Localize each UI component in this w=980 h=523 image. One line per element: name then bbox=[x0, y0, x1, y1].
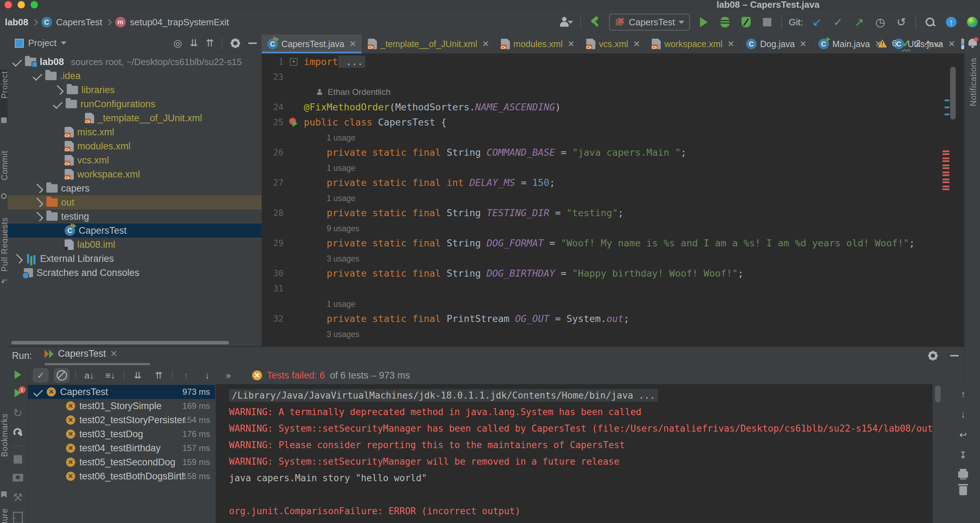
test-tree-item[interactable]: ✕test02_testStoryPersister154 ms bbox=[28, 413, 215, 427]
close-icon[interactable]: ✕ bbox=[110, 349, 118, 359]
sort-by-duration-icon[interactable]: ≡↓ bbox=[103, 368, 118, 383]
expand-all-icon[interactable]: ⇊ bbox=[130, 368, 145, 383]
inspections-widget[interactable]: 6 ✓ 2 bbox=[878, 37, 941, 49]
chevron-right-icon[interactable] bbox=[34, 212, 43, 222]
test-tree-root[interactable]: ✕CapersTest973 ms bbox=[28, 385, 215, 399]
close-icon[interactable]: ✕ bbox=[948, 39, 955, 49]
editor-tab[interactable]: Main.java✕ bbox=[813, 34, 888, 53]
chevron-down-icon[interactable] bbox=[33, 387, 43, 397]
test-tree-item[interactable]: ✕test03_testDog176 ms bbox=[28, 427, 215, 441]
editor-tab[interactable]: _template__of_JUnit.xml✕ bbox=[362, 34, 495, 53]
usages-inlay-hint[interactable]: 1 usage bbox=[327, 133, 355, 142]
tree-item[interactable]: libraries bbox=[8, 83, 262, 97]
close-icon[interactable]: ✕ bbox=[800, 39, 807, 49]
chevron-right-icon[interactable] bbox=[34, 183, 43, 193]
stop-button[interactable] bbox=[760, 15, 774, 29]
run-console[interactable]: /Library/Java/JavaVirtualMachines/jdk-18… bbox=[216, 384, 932, 523]
history-clock-icon[interactable]: ◷ bbox=[873, 15, 887, 29]
run-tab[interactable]: CapersTest ✕ bbox=[45, 348, 118, 359]
usages-inlay-hint[interactable]: 1 usage bbox=[327, 300, 355, 309]
tree-item[interactable]: workspace.xml bbox=[8, 167, 262, 181]
editor-tab[interactable]: CapersTest.java✕ bbox=[262, 34, 362, 53]
code-editor[interactable]: 1+import ...23Ethan Ordentlich24@FixMeth… bbox=[262, 54, 964, 341]
stripe-commit[interactable]: Commit bbox=[0, 150, 8, 180]
ide-sphere-icon[interactable] bbox=[965, 15, 979, 29]
stripe-mark-error[interactable] bbox=[942, 172, 950, 173]
git-push-icon[interactable]: ↗ bbox=[852, 15, 866, 29]
scroll-up-icon[interactable]: ↑ bbox=[955, 387, 971, 401]
tree-item[interactable]: lab08sources root, ~/Desktop/cs61blb/su2… bbox=[8, 55, 262, 69]
stripe-notifications[interactable]: Notifications bbox=[969, 57, 977, 106]
run-button[interactable] bbox=[697, 15, 711, 29]
rerun-failed-tests-button[interactable]: ! bbox=[11, 387, 25, 398]
horizontal-scrollbar[interactable] bbox=[11, 341, 229, 344]
test-tree-item[interactable]: ✕test04_testBirthday157 ms bbox=[28, 441, 215, 455]
scroll-to-end-icon[interactable]: ↧ bbox=[955, 448, 971, 462]
scroll-down-icon[interactable]: ↓ bbox=[955, 407, 971, 421]
debug-button[interactable] bbox=[718, 15, 732, 29]
editor-tab[interactable]: Dog.java✕ bbox=[740, 34, 813, 53]
search-everywhere-icon[interactable] bbox=[923, 15, 937, 29]
coverage-button[interactable] bbox=[739, 15, 753, 29]
stripe-mark-error[interactable] bbox=[942, 164, 950, 166]
clear-console-icon[interactable] bbox=[959, 486, 967, 495]
tree-item[interactable]: CapersTest bbox=[8, 223, 262, 238]
stripe-project[interactable]: Project bbox=[0, 71, 8, 99]
run-configuration-select[interactable]: CapersTest bbox=[609, 14, 690, 30]
test-tree-item[interactable]: ✕test05_testSecondDog159 ms bbox=[28, 455, 215, 469]
tree-item[interactable]: misc.xml bbox=[8, 125, 262, 139]
editor-tab[interactable]: workspace.xml✕ bbox=[646, 34, 740, 53]
usages-inlay-hint[interactable]: 1 usage bbox=[327, 194, 355, 203]
close-icon[interactable]: ✕ bbox=[482, 39, 489, 49]
tree-item[interactable]: vcs.xml bbox=[8, 153, 262, 167]
stripe-mark-error[interactable] bbox=[942, 158, 950, 159]
tree-item[interactable]: out bbox=[8, 195, 262, 209]
expand-all-icon[interactable]: ⇊ bbox=[190, 37, 198, 49]
close-icon[interactable]: ✕ bbox=[633, 39, 640, 49]
profile-icon[interactable] bbox=[559, 15, 573, 29]
chevron-down-icon[interactable] bbox=[61, 41, 67, 45]
detach-icon[interactable] bbox=[11, 512, 25, 523]
tree-item[interactable]: Scratches and Consoles bbox=[8, 266, 262, 280]
stripe-structure[interactable]: Structure bbox=[0, 508, 8, 523]
editor-tab[interactable]: vcs.xml✕ bbox=[581, 34, 646, 53]
gear-icon[interactable] bbox=[230, 38, 240, 48]
tree-item[interactable]: .idea bbox=[8, 69, 262, 83]
stripe-mark-info[interactable] bbox=[945, 113, 950, 115]
chevron-right-icon[interactable] bbox=[13, 254, 23, 264]
hide-toolwindow-icon[interactable] bbox=[248, 43, 257, 44]
more-actions-icon[interactable]: » bbox=[221, 368, 236, 383]
toggle-auto-test-icon[interactable]: ↻ bbox=[11, 406, 25, 420]
test-tree-item[interactable]: ✕test01_StorySimple169 ms bbox=[28, 399, 215, 413]
previous-failed-test-icon[interactable]: ↑ bbox=[178, 368, 194, 383]
stripe-bookmarks[interactable]: Bookmarks bbox=[0, 413, 8, 457]
chevron-right-icon[interactable] bbox=[54, 85, 64, 95]
next-failed-test-icon[interactable]: ↓ bbox=[199, 368, 215, 383]
update-available-icon[interactable]: ↑ bbox=[944, 15, 958, 29]
tree-item[interactable]: External Libraries bbox=[8, 252, 262, 266]
tree-item[interactable]: _template__of_JUnit.xml bbox=[8, 111, 262, 125]
breadcrumb-item[interactable]: setup04_trapSystemExit bbox=[130, 17, 229, 28]
git-commit-icon[interactable]: ✓ bbox=[831, 15, 845, 29]
sort-alphabetically-icon[interactable]: a↓ bbox=[81, 368, 97, 383]
notifications-bell-icon[interactable] bbox=[969, 39, 977, 46]
tree-item[interactable]: testing bbox=[8, 209, 262, 223]
close-icon[interactable]: ✕ bbox=[727, 39, 735, 49]
print-icon[interactable] bbox=[958, 471, 968, 478]
show-passed-toggle[interactable]: ✓ bbox=[33, 368, 48, 383]
usages-inlay-hint[interactable]: 3 usages bbox=[327, 330, 360, 339]
hide-toolwindow-icon[interactable] bbox=[950, 355, 959, 356]
console-scrollbar[interactable] bbox=[935, 386, 941, 402]
run-test-failed-icon[interactable] bbox=[283, 118, 304, 127]
stop-button[interactable] bbox=[11, 454, 25, 464]
collapse-all-icon[interactable]: ⇈ bbox=[206, 37, 214, 49]
test-settings-wrench-icon[interactable] bbox=[11, 427, 25, 438]
close-window-button[interactable] bbox=[5, 1, 12, 8]
tree-item[interactable]: runConfigurations bbox=[8, 97, 262, 111]
attach-debugger-icon[interactable]: ⚒ bbox=[11, 491, 25, 504]
editor-scrollbar[interactable] bbox=[950, 67, 956, 120]
chevron-right-icon[interactable] bbox=[34, 198, 43, 207]
tree-item[interactable]: capers bbox=[8, 181, 262, 195]
close-icon[interactable]: ✕ bbox=[349, 39, 356, 49]
chevron-down-icon[interactable] bbox=[33, 71, 43, 81]
